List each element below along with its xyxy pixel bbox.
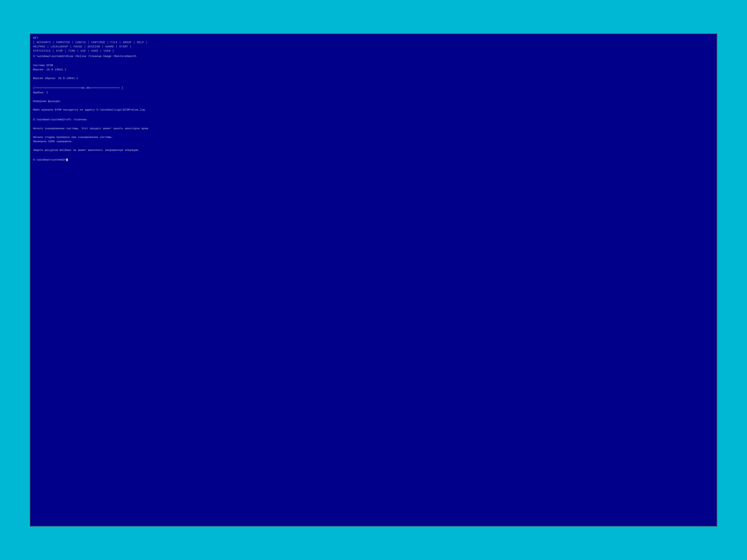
terminal-line-17 [33, 131, 714, 135]
terminal-line-12: Файл журнала DISM находится по адресу X:… [33, 108, 714, 112]
terminal-line-2: Система DISM [33, 63, 714, 68]
terminal-line-4 [33, 72, 714, 76]
terminal-window: NET [ ACCOUNTS | COMPUTER | CONFIG | CON… [30, 34, 716, 526]
cursor-blink [66, 159, 68, 161]
terminal-line-9 [33, 95, 714, 99]
terminal-line-22 [33, 153, 714, 157]
terminal-line-0: X:\windows\system32>Dism /Online /Cleanu… [33, 54, 714, 58]
monitor-screen: NET [ ACCOUNTS | COMPUTER | CONFIG | CON… [30, 33, 717, 526]
terminal-line-18: Начало стадии проверки при сканировании … [33, 135, 714, 139]
terminal-line-16: Начато сканирование системы. Этот процес… [33, 127, 714, 131]
terminal-line-8: Ошибка: 1 [33, 90, 714, 95]
net-help-line3: HELPMSG | LOCALGROUP | PAUSE | SESSION |… [33, 45, 714, 49]
terminal-line-5: Версия образа: 10.0.19041.1 [33, 76, 714, 81]
terminal-line-13 [33, 112, 714, 116]
terminal-line-3: Версия: 10.0.19041.1 [33, 68, 714, 72]
net-help-line1: NET [33, 36, 714, 40]
net-help-section: NET [ ACCOUNTS | COMPUTER | CONFIG | CON… [33, 36, 714, 53]
terminal-line-14: X:\windows\system32>sfc /scannow [33, 117, 714, 122]
terminal-line-7: [============================84.9%======… [33, 86, 714, 90]
terminal-line-10: Неверная функция. [33, 99, 714, 104]
net-help-line4: STATISTICS | STOP | TIME | USE | USER | … [33, 49, 714, 53]
net-help-line2: [ ACCOUNTS | COMPUTER | CONFIG | CONTINU… [33, 41, 714, 45]
terminal-line-19: Проверка 100% завершена. [33, 139, 714, 144]
terminal-line-11 [33, 104, 714, 108]
terminal-line-20 [33, 144, 714, 148]
terminal-line-1 [33, 59, 714, 63]
terminal-line-15 [33, 122, 714, 127]
terminal-line-21: Защита ресурсов Windows не может выполни… [33, 148, 714, 153]
terminal-line-6 [33, 81, 714, 85]
terminal-line-23: X:\windows\system32> [33, 158, 714, 162]
terminal-output: X:\windows\system32>Dism /Online /Cleanu… [33, 54, 714, 162]
